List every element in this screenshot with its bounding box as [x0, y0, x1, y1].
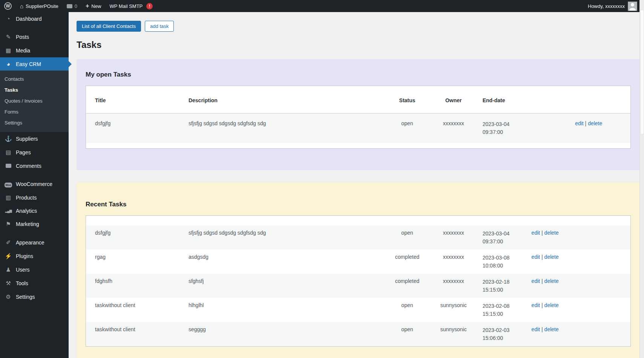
sidebar-item-marketing[interactable]: ⚑ Marketing: [0, 217, 69, 231]
sidebar-item-tools[interactable]: ⚒ Tools: [0, 277, 69, 290]
task-title: rgag: [86, 250, 184, 274]
task-status: completed: [385, 250, 429, 274]
sidebar-item-label: Analytics: [16, 208, 37, 214]
task-title: taskwithout client: [86, 322, 184, 346]
open-tasks-table: Title Description Status Owner End-date …: [86, 86, 631, 149]
sidebar-subitem-contacts[interactable]: Contacts: [0, 74, 69, 85]
appearance-icon: ✐: [4, 239, 12, 246]
sidebar-subitem-settings[interactable]: Settings: [0, 117, 69, 128]
sidebar-item-pages[interactable]: ▤ Pages: [0, 146, 69, 159]
sidebar-item-label: Media: [16, 48, 30, 54]
wp-mail-smtp-menu[interactable]: WP Mail SMTP !: [105, 0, 157, 12]
add-task-button[interactable]: add task: [145, 21, 174, 32]
marketing-icon: ⚑: [4, 221, 12, 227]
recent-task-row: taskwithout client segggg open sunnysoni…: [86, 322, 630, 346]
wordpress-menu[interactable]: W: [0, 0, 16, 12]
edit-link[interactable]: edit: [575, 120, 584, 126]
task-status: open: [385, 226, 429, 250]
dashboard-icon: ◔: [4, 15, 12, 22]
task-owner: sunnysonic: [429, 322, 478, 346]
sidebar-item-appearance[interactable]: ✐ Appearance: [0, 236, 69, 249]
task-end-date: 2023-02-08 15:15:00: [478, 298, 527, 322]
comments-shortcut[interactable]: 0: [63, 0, 81, 12]
scrollbar[interactable]: [639, 0, 644, 358]
sidebar-item-products[interactable]: ▥ Products: [0, 191, 69, 204]
delete-link[interactable]: delete: [544, 254, 559, 260]
sidebar-item-dashboard[interactable]: ◔ Dashboard: [0, 12, 69, 25]
list-client-contacts-button[interactable]: List of all Client Contacts: [77, 21, 141, 32]
sidebar-item-label: Dashboard: [16, 16, 42, 22]
recent-task-row: taskwithout client hlhglhl open sunnyson…: [86, 298, 630, 322]
task-owner: xxxxxxxx: [429, 226, 478, 250]
open-tasks-header-row: Title Description Status Owner End-date: [86, 86, 630, 114]
sidebar-item-posts[interactable]: ✎ Posts: [0, 30, 69, 44]
new-content-menu[interactable]: + New: [81, 0, 105, 12]
easy-crm-submenu: Contacts Tasks Quotes / Invoices Forms S…: [0, 71, 69, 132]
col-title: Title: [86, 86, 184, 114]
task-title: taskwithout client: [86, 298, 184, 322]
task-status: open: [385, 114, 429, 143]
sidebar-item-label: Users: [16, 267, 30, 273]
tools-icon: ⚒: [4, 280, 12, 287]
admin-sidebar: ◔ Dashboard ✎ Posts ▦ Media ◕ Easy CRM C…: [0, 12, 69, 358]
recent-task-row: dsfgjfg sfjsfjg sdgsd sdgsdg sdgfsdg sdg…: [86, 226, 630, 250]
edit-link[interactable]: edit: [532, 302, 540, 308]
sidebar-item-woocommerce[interactable]: Woo WooCommerce: [0, 177, 69, 191]
task-actions: edit | delete: [570, 114, 630, 143]
sidebar-item-label: Easy CRM: [16, 61, 41, 67]
task-actions: edit | delete: [527, 322, 630, 346]
comments-count: 0: [75, 3, 77, 9]
media-icon: ▦: [4, 47, 12, 54]
new-label: New: [91, 3, 101, 9]
delete-link[interactable]: delete: [544, 230, 559, 236]
wordpress-logo-icon: W: [4, 2, 12, 10]
sidebar-item-media[interactable]: ▦ Media: [0, 44, 69, 57]
col-actions: [570, 86, 630, 114]
recent-task-row: fdghsfh sfghsfj completed xxxxxxxx 2023-…: [86, 274, 630, 298]
sidebar-subitem-forms[interactable]: Forms: [0, 106, 69, 117]
task-title: fdghsfh: [86, 274, 184, 298]
sidebar-item-label: Comments: [16, 163, 41, 169]
sidebar-item-label: Products: [16, 195, 37, 201]
edit-link[interactable]: edit: [532, 278, 540, 284]
howdy-user-menu[interactable]: Howdy, xxxxxxxx: [588, 3, 625, 9]
products-icon: ▥: [4, 194, 12, 201]
sidebar-item-label: Pages: [16, 149, 31, 155]
sidebar-item-easy-crm[interactable]: ◕ Easy CRM: [0, 57, 69, 71]
scrollbar-thumb[interactable]: [640, 10, 644, 134]
task-description: asdgsdg: [184, 250, 385, 274]
sidebar-item-comments[interactable]: Comments: [0, 159, 69, 172]
delete-link[interactable]: delete: [544, 326, 559, 332]
task-status: open: [385, 298, 429, 322]
recent-tasks-title: Recent Tasks: [86, 201, 631, 208]
task-owner: xxxxxxxx: [429, 114, 478, 143]
sidebar-item-plugins[interactable]: ⚡ Plugins: [0, 249, 69, 263]
task-owner: xxxxxxxx: [429, 274, 478, 298]
edit-link[interactable]: edit: [532, 326, 540, 332]
easy-crm-icon: ◕: [4, 61, 12, 67]
sidebar-item-suppliers[interactable]: ⚓ Suppliers: [0, 132, 69, 146]
sidebar-item-analytics[interactable]: ▂▄▆ Analytics: [0, 204, 69, 217]
task-end-date: 2023-03-04 09:37:00: [478, 226, 527, 250]
sidebar-item-label: Settings: [16, 294, 35, 300]
site-name-link[interactable]: ⌂ SupplierPOsite: [16, 0, 63, 12]
sidebar-subitem-tasks[interactable]: Tasks: [0, 85, 69, 95]
recent-task-row: rgag asdgsdg completed xxxxxxxx 2023-03-…: [86, 250, 630, 274]
delete-link[interactable]: delete: [544, 278, 559, 284]
plugins-icon: ⚡: [4, 253, 12, 260]
recent-tasks-panel: Recent Tasks dsfgjfg sfjsfjg sdgsd sdgsd…: [77, 182, 639, 358]
sidebar-item-settings[interactable]: ⚙ Settings: [0, 290, 69, 304]
task-title: dsfgjfg: [86, 226, 184, 250]
edit-link[interactable]: edit: [532, 230, 540, 236]
delete-link[interactable]: delete: [544, 302, 559, 308]
task-end-date: 2023-02-18 15:15:00: [478, 274, 527, 298]
edit-link[interactable]: edit: [532, 254, 540, 260]
sidebar-item-users[interactable]: ♟ Users: [0, 263, 69, 277]
user-avatar[interactable]: [628, 2, 637, 11]
open-tasks-title: My open Tasks: [86, 71, 631, 78]
delete-link[interactable]: delete: [588, 120, 602, 126]
main-content: List of all Client Contacts add task Tas…: [69, 12, 639, 358]
settings-icon: ⚙: [4, 293, 12, 300]
sidebar-subitem-quotes-invoices[interactable]: Quotes / Invoices: [0, 95, 69, 106]
task-actions: edit | delete: [527, 274, 630, 298]
